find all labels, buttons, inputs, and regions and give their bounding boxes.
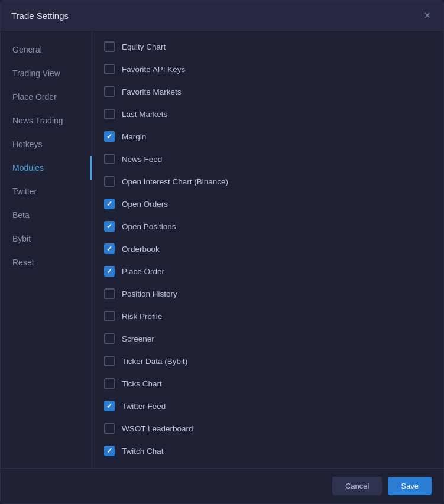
checkbox-ticker-data-bybit[interactable] [104, 356, 115, 366]
module-label-twitch-chat: Twitch Chat [122, 447, 164, 456]
checkbox-place-order[interactable] [104, 266, 115, 277]
module-item-favorite-api-keys[interactable]: Favorite API Keys [92, 58, 443, 80]
checkbox-favorite-markets[interactable] [104, 86, 115, 97]
module-label-place-order: Place Order [122, 267, 164, 276]
module-item-screener[interactable]: Screener [92, 327, 443, 350]
sidebar-item-place-order[interactable]: Place Order [1, 85, 92, 109]
checkbox-risk-profile[interactable] [104, 311, 115, 321]
module-item-equity-chart[interactable]: Equity Chart [92, 35, 443, 58]
sidebar-item-twitter[interactable]: Twitter [1, 180, 92, 203]
module-label-ticks-chart: Ticks Chart [122, 379, 162, 388]
module-item-orderbook[interactable]: Orderbook [92, 238, 443, 260]
module-item-place-order[interactable]: Place Order [92, 260, 443, 282]
module-item-wsot-leaderboard[interactable]: WSOT Leaderboard [92, 417, 443, 440]
module-label-open-orders: Open Orders [122, 200, 168, 209]
module-label-position-history: Position History [122, 290, 177, 298]
checkbox-open-positions[interactable] [104, 221, 115, 232]
checkbox-favorite-api-keys[interactable] [104, 64, 115, 74]
module-label-news-feed: News Feed [122, 155, 162, 164]
sidebar: GeneralTrading ViewPlace OrderNews Tradi… [1, 31, 92, 468]
module-item-position-history[interactable]: Position History [92, 282, 443, 305]
module-label-margin: Margin [122, 132, 146, 141]
module-label-equity-chart: Equity Chart [122, 43, 166, 51]
module-item-margin[interactable]: Margin [92, 125, 443, 148]
checkbox-orderbook[interactable] [104, 243, 115, 254]
save-button[interactable]: Save [388, 477, 432, 495]
checkbox-open-orders[interactable] [104, 199, 115, 209]
module-label-ticker-data-bybit: Ticker Data (Bybit) [122, 357, 187, 366]
checkbox-twitter-feed[interactable] [104, 401, 115, 411]
module-label-open-interest-chart: Open Interest Chart (Binance) [122, 177, 228, 186]
sidebar-item-modules[interactable]: Modules [1, 156, 92, 180]
close-button[interactable]: × [422, 9, 433, 22]
content-area: Equity ChartFavorite API KeysFavorite Ma… [92, 31, 443, 468]
checkbox-news-feed[interactable] [104, 154, 115, 164]
module-label-open-positions: Open Positions [122, 222, 176, 231]
trade-settings-dialog: Trade Settings × GeneralTrading ViewPlac… [0, 0, 444, 504]
module-label-orderbook: Orderbook [122, 245, 160, 253]
module-item-ticker-data-bybit[interactable]: Ticker Data (Bybit) [92, 350, 443, 372]
module-label-favorite-api-keys: Favorite API Keys [122, 65, 185, 74]
module-label-twitter-feed: Twitter Feed [122, 402, 166, 411]
sidebar-item-hotkeys[interactable]: Hotkeys [1, 132, 92, 156]
sidebar-item-news-trading[interactable]: News Trading [1, 109, 92, 132]
module-label-favorite-markets: Favorite Markets [122, 87, 182, 96]
module-item-news-feed[interactable]: News Feed [92, 148, 443, 170]
dialog-title: Trade Settings [11, 11, 69, 21]
checkbox-position-history[interactable] [104, 288, 115, 299]
checkbox-screener[interactable] [104, 333, 115, 344]
module-item-open-positions[interactable]: Open Positions [92, 215, 443, 238]
dialog-header: Trade Settings × [1, 1, 443, 31]
module-label-wsot-leaderboard: WSOT Leaderboard [122, 424, 193, 433]
checkbox-twitch-chat[interactable] [104, 446, 115, 456]
module-item-open-interest-chart[interactable]: Open Interest Chart (Binance) [92, 170, 443, 193]
dialog-footer: Cancel Save [1, 468, 443, 503]
checkbox-equity-chart[interactable] [104, 41, 115, 52]
sidebar-item-trading-view[interactable]: Trading View [1, 61, 92, 85]
checkbox-margin[interactable] [104, 131, 115, 142]
cancel-button[interactable]: Cancel [332, 477, 382, 495]
dialog-body: GeneralTrading ViewPlace OrderNews Tradi… [1, 31, 443, 468]
module-item-risk-profile[interactable]: Risk Profile [92, 305, 443, 327]
module-item-open-orders[interactable]: Open Orders [92, 193, 443, 215]
module-label-risk-profile: Risk Profile [122, 312, 162, 321]
sidebar-item-beta[interactable]: Beta [1, 203, 92, 227]
checkbox-wsot-leaderboard[interactable] [104, 423, 115, 434]
module-label-screener: Screener [122, 334, 154, 343]
sidebar-item-reset[interactable]: Reset [1, 251, 92, 274]
checkbox-last-markets[interactable] [104, 109, 115, 119]
module-item-last-markets[interactable]: Last Markets [92, 103, 443, 125]
module-item-twitter-feed[interactable]: Twitter Feed [92, 395, 443, 417]
checkbox-ticks-chart[interactable] [104, 378, 115, 389]
sidebar-item-general[interactable]: General [1, 38, 92, 61]
module-item-favorite-markets[interactable]: Favorite Markets [92, 80, 443, 103]
checkbox-open-interest-chart[interactable] [104, 176, 115, 187]
module-label-last-markets: Last Markets [122, 110, 167, 119]
module-item-twitch-chat[interactable]: Twitch Chat [92, 440, 443, 462]
sidebar-item-bybit[interactable]: Bybit [1, 227, 92, 251]
module-item-ticks-chart[interactable]: Ticks Chart [92, 372, 443, 395]
